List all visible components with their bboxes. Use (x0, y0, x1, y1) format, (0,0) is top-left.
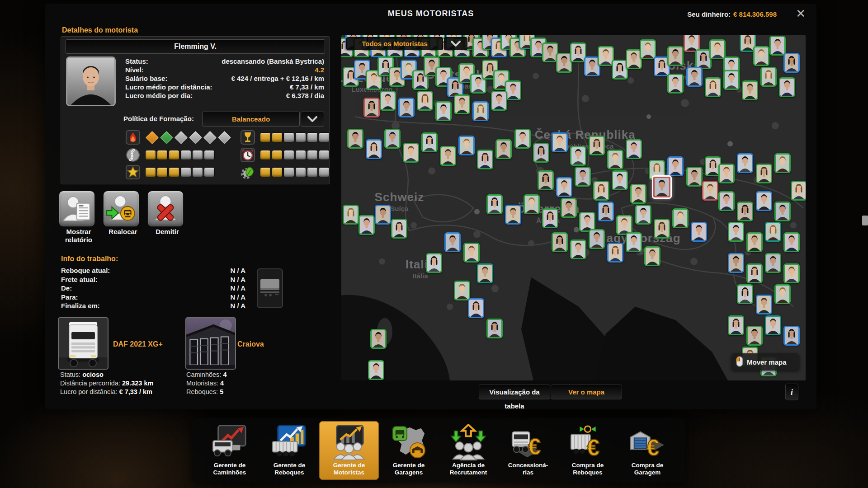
driver-marker[interactable] (691, 222, 707, 242)
driver-marker[interactable] (667, 46, 684, 66)
driver-marker[interactable] (391, 219, 407, 239)
driver-marker[interactable] (756, 191, 772, 211)
driver-marker[interactable] (491, 91, 507, 111)
driver-marker[interactable] (514, 129, 531, 149)
driver-marker[interactable] (375, 205, 391, 225)
toolbar-item-trailer-purchase[interactable]: €Compra deReboques (558, 421, 618, 480)
driver-marker[interactable] (737, 284, 753, 304)
driver-filter-chevron-down-icon[interactable] (444, 37, 467, 50)
driver-marker[interactable] (728, 315, 744, 335)
driver-marker[interactable] (556, 177, 572, 197)
driver-marker[interactable] (756, 164, 772, 183)
driver-marker[interactable] (589, 136, 605, 155)
driver-marker[interactable] (570, 146, 586, 166)
driver-marker[interactable] (505, 80, 521, 100)
action-label[interactable]: Mostrar relatório (54, 228, 104, 244)
driver-marker[interactable] (774, 202, 791, 221)
driver-marker[interactable] (779, 77, 795, 97)
close-icon[interactable]: ✕ (796, 7, 806, 20)
driver-marker[interactable] (723, 70, 740, 90)
driver-marker[interactable] (495, 139, 512, 159)
driver-marker[interactable] (575, 167, 591, 187)
driver-marker[interactable] (718, 164, 735, 183)
relocate-button[interactable] (103, 191, 139, 227)
driver-marker[interactable] (705, 77, 721, 97)
driver-marker[interactable] (542, 208, 558, 228)
driver-marker[interactable] (454, 94, 470, 114)
info-button[interactable]: i (785, 384, 798, 400)
driver-marker[interactable] (612, 170, 628, 190)
driver-marker[interactable] (440, 146, 456, 166)
driver-marker[interactable] (737, 202, 753, 221)
driver-marker[interactable] (533, 143, 549, 163)
show-report-button[interactable] (59, 191, 95, 227)
driver-marker[interactable] (458, 136, 475, 155)
driver-marker[interactable] (626, 139, 642, 159)
driver-marker[interactable] (746, 232, 763, 252)
driver-marker[interactable] (368, 360, 384, 380)
driver-marker[interactable] (486, 194, 503, 214)
driver-marker[interactable] (783, 263, 800, 283)
driver-marker[interactable] (472, 101, 489, 121)
toolbar-item-garage-purchase[interactable]: €Compra deGaragem (618, 421, 677, 480)
driver-marker[interactable] (783, 232, 800, 252)
driver-marker[interactable] (774, 284, 791, 304)
driver-marker[interactable] (737, 153, 753, 173)
driver-marker[interactable] (477, 150, 493, 169)
toolbar-item-garage-manager[interactable]: Gerente deGaragens (379, 421, 439, 480)
driver-marker[interactable] (552, 132, 568, 152)
driver-marker[interactable] (468, 298, 484, 318)
driver-marker[interactable] (366, 139, 382, 159)
driver-marker[interactable] (635, 205, 651, 225)
driver-marker[interactable] (403, 143, 419, 163)
table-view-button[interactable]: Visualização da tabela (479, 385, 550, 399)
driver-marker[interactable] (686, 167, 703, 187)
driver-marker[interactable] (728, 222, 744, 242)
driver-marker[interactable] (718, 191, 735, 211)
toolbar-item-truck-manager[interactable]: Gerente deCaminhões (200, 421, 259, 480)
toolbar-item-trailer-manager[interactable]: Gerente deReboques (259, 421, 319, 480)
driver-marker[interactable] (561, 198, 577, 218)
toolbar-item-recruitment-agency[interactable]: Agência deRecrutament (439, 421, 498, 480)
driver-marker[interactable] (421, 132, 438, 152)
driver-marker[interactable] (444, 232, 461, 252)
driver-marker[interactable] (363, 98, 380, 117)
driver-marker[interactable] (756, 295, 772, 314)
driver-marker[interactable] (783, 53, 800, 73)
driver-marker[interactable] (630, 184, 646, 204)
driver-marker[interactable] (709, 39, 726, 59)
driver-marker[interactable] (477, 263, 493, 283)
driver-marker[interactable] (765, 315, 781, 335)
driver-marker[interactable] (760, 67, 777, 87)
driver-marker[interactable] (607, 150, 623, 169)
driver-marker[interactable] (765, 222, 781, 242)
driver-marker[interactable] (524, 194, 540, 214)
driver-marker[interactable] (398, 98, 415, 117)
driver-marker[interactable] (347, 129, 363, 149)
driver-marker[interactable] (435, 101, 452, 121)
dismiss-button[interactable] (147, 191, 184, 227)
driver-marker[interactable] (598, 202, 614, 221)
driver-marker[interactable] (686, 67, 703, 87)
driver-marker[interactable] (791, 181, 806, 201)
driver-marker[interactable] (667, 74, 684, 94)
driver-marker[interactable] (570, 239, 586, 259)
driver-marker[interactable] (746, 263, 763, 283)
driver-marker[interactable] (384, 129, 401, 149)
driver-marker-selected[interactable] (652, 175, 672, 199)
driver-marker[interactable] (417, 91, 433, 111)
driver-marker[interactable] (765, 253, 781, 273)
driver-marker[interactable] (505, 205, 521, 225)
driver-marker[interactable] (672, 208, 689, 228)
driver-marker[interactable] (746, 326, 763, 346)
driver-marker[interactable] (426, 253, 442, 273)
driver-marker[interactable] (654, 219, 670, 239)
driver-marker[interactable] (702, 181, 718, 201)
training-policy-chevron-down-icon[interactable] (301, 112, 324, 127)
move-map-button[interactable]: Mover mapa (731, 353, 799, 371)
driver-marker[interactable] (593, 181, 609, 201)
action-label[interactable]: Demitir (142, 228, 192, 236)
toolbar-item-truck-dealer[interactable]: €Concessioná-rias (498, 421, 558, 480)
driver-marker[interactable] (640, 39, 656, 59)
driver-marker[interactable] (607, 243, 623, 263)
